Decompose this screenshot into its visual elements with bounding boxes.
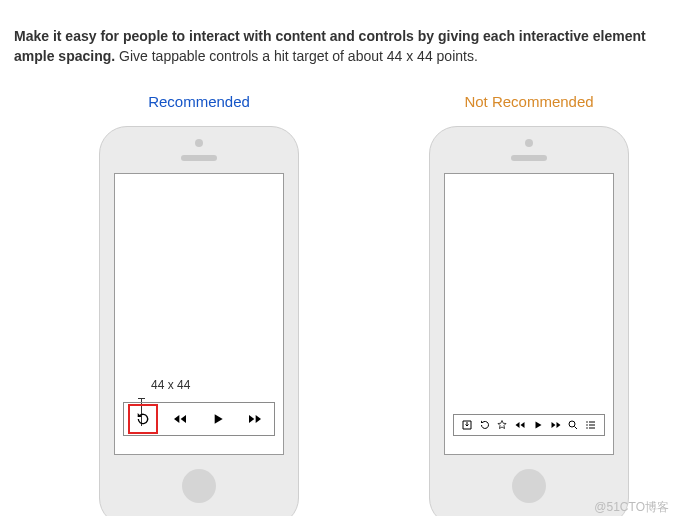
phone-speaker-slit [511, 155, 547, 161]
recommended-column: Recommended 44 x 44 [84, 91, 314, 516]
toolbar-cell [162, 403, 200, 435]
phone-home-button [512, 469, 546, 503]
play-icon[interactable] [532, 419, 544, 431]
intro-rest: Give tappable controls a hit target of a… [115, 48, 478, 64]
not-recommended-column: Not Recommended [414, 91, 644, 516]
toolbar-not-recommended [453, 414, 605, 436]
svg-point-3 [586, 428, 588, 430]
phone-screen [444, 173, 614, 455]
list-icon[interactable] [585, 419, 597, 431]
phone-speaker-slit [181, 155, 217, 161]
rewind-icon[interactable] [172, 411, 188, 427]
toolbar-cell [237, 403, 275, 435]
phone-home-button [182, 469, 216, 503]
not-recommended-label: Not Recommended [464, 91, 593, 113]
svg-point-0 [569, 421, 575, 427]
phone-camera-dot [195, 139, 203, 147]
fast-forward-icon[interactable] [247, 411, 263, 427]
hit-target-callout: 44 x 44 [151, 377, 190, 394]
svg-point-2 [586, 425, 588, 427]
toolbar-recommended [123, 402, 275, 436]
rewind-icon[interactable] [514, 419, 526, 431]
recommended-label: Recommended [148, 91, 250, 113]
star-icon[interactable] [496, 419, 508, 431]
intro-paragraph: Make it easy for people to interact with… [14, 26, 673, 67]
refresh-icon[interactable] [135, 411, 151, 427]
download-icon[interactable] [461, 419, 473, 431]
watermark: @51CTO博客 [594, 499, 669, 516]
phone-mockup-not-recommended [429, 126, 629, 516]
refresh-icon[interactable] [479, 419, 491, 431]
phone-screen: 44 x 44 [114, 173, 284, 455]
play-icon[interactable] [210, 411, 226, 427]
hit-target-highlight [128, 404, 158, 434]
svg-point-1 [586, 422, 588, 424]
phone-mockup-recommended: 44 x 44 [99, 126, 299, 516]
search-icon[interactable] [567, 419, 579, 431]
phone-camera-dot [525, 139, 533, 147]
toolbar-cell [124, 403, 162, 435]
fast-forward-icon[interactable] [550, 419, 562, 431]
toolbar-cell [199, 403, 237, 435]
comparison-row: Recommended 44 x 44 [14, 91, 673, 516]
